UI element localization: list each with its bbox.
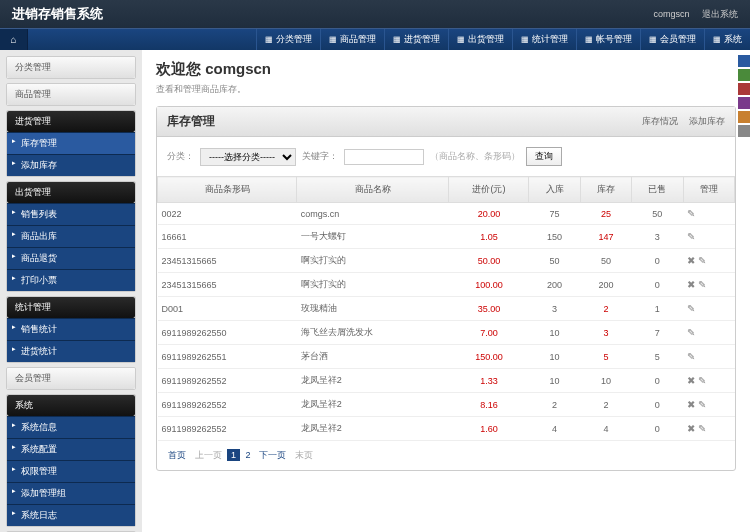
theme-swatch[interactable] [738,125,750,137]
cell-sold: 0 [632,273,683,297]
delete-icon[interactable]: ✖ [687,375,695,386]
navbar: ⌂ ▦分类管理▦商品管理▦进货管理▦出货管理▦统计管理▦帐号管理▦会员管理▦系统 [0,28,750,50]
nav-icon: ▦ [521,35,529,44]
home-icon: ⌂ [10,34,16,45]
cell-stock: 25 [580,203,631,225]
cell-stock: 147 [580,225,631,249]
edit-icon[interactable]: ✎ [687,327,695,338]
stock-status-link[interactable]: 库存情况 [642,116,678,126]
sidebar-group-0[interactable]: 分类管理 [7,57,135,78]
nav-7[interactable]: ▦系统 [704,29,750,51]
page-current: 1 [227,449,240,461]
cell-price: 150.00 [449,345,529,369]
sidebar-item-6-0[interactable]: 系统信息 [7,416,135,438]
cell-in: 200 [529,273,580,297]
sidebar-item-3-3[interactable]: 打印小票 [7,269,135,291]
theme-swatch[interactable] [738,97,750,109]
cell-ops: ✖ ✎ [683,417,734,441]
cell-stock: 2 [580,297,631,321]
app-title: 进销存销售系统 [12,5,103,23]
edit-icon[interactable]: ✎ [698,399,706,410]
edit-icon[interactable]: ✎ [687,231,695,242]
cell-in: 10 [529,369,580,393]
logout-link[interactable]: 退出系统 [702,9,738,19]
sidebar-item-6-4[interactable]: 系统日志 [7,504,135,526]
cell-sold: 7 [632,321,683,345]
nav-2[interactable]: ▦进货管理 [384,29,448,51]
keyword-input[interactable] [344,149,424,165]
cell-name: 龙凤呈祥2 [297,369,449,393]
edit-icon[interactable]: ✎ [698,423,706,434]
category-select[interactable]: -----选择分类----- [200,148,296,166]
theme-swatch[interactable] [738,55,750,67]
sidebar-item-4-0[interactable]: 销售统计 [7,318,135,340]
table-row: 6911989262551茅台酒150.001055✎ [158,345,735,369]
delete-icon[interactable]: ✖ [687,255,695,266]
user-link[interactable]: comgscn [653,9,689,19]
cell-name: 海飞丝去屑洗发水 [297,321,449,345]
page-prev[interactable]: 上一页 [195,450,222,460]
sidebar-group-6[interactable]: 系统 [7,395,135,416]
page-subtitle: 查看和管理商品库存。 [156,83,736,96]
page-last[interactable]: 末页 [295,450,313,460]
col-header: 进价(元) [449,177,529,203]
delete-icon[interactable]: ✖ [687,399,695,410]
sidebar-item-6-1[interactable]: 系统配置 [7,438,135,460]
sidebar-group-1[interactable]: 商品管理 [7,84,135,105]
page-first[interactable]: 首页 [168,450,186,460]
sidebar-group-2[interactable]: 进货管理 [7,111,135,132]
sidebar-item-6-2[interactable]: 权限管理 [7,460,135,482]
edit-icon[interactable]: ✎ [698,279,706,290]
sidebar-group-4[interactable]: 统计管理 [7,297,135,318]
cell-ops: ✖ ✎ [683,249,734,273]
cell-name: 龙凤呈祥2 [297,393,449,417]
add-stock-link[interactable]: 添加库存 [689,116,725,126]
nav-5[interactable]: ▦帐号管理 [576,29,640,51]
inventory-table: 商品条形码商品名称进价(元)入库库存已售管理 0022comgs.cn20.00… [157,176,735,441]
cell-code: 16661 [158,225,297,249]
sidebar-group-3[interactable]: 出货管理 [7,182,135,203]
nav-6[interactable]: ▦会员管理 [640,29,704,51]
theme-swatch[interactable] [738,69,750,81]
theme-color-strip [738,55,750,139]
nav-4[interactable]: ▦统计管理 [512,29,576,51]
cell-sold: 0 [632,417,683,441]
edit-icon[interactable]: ✎ [687,208,695,219]
cell-ops: ✖ ✎ [683,369,734,393]
sidebar-item-3-0[interactable]: 销售列表 [7,203,135,225]
sidebar-item-6-3[interactable]: 添加管理组 [7,482,135,504]
theme-swatch[interactable] [738,111,750,123]
nav-3[interactable]: ▦出货管理 [448,29,512,51]
nav-icon: ▦ [265,35,273,44]
search-button[interactable]: 查询 [526,147,562,166]
sidebar-item-3-1[interactable]: 商品出库 [7,225,135,247]
nav-1[interactable]: ▦商品管理 [320,29,384,51]
sidebar-item-2-1[interactable]: 添加库存 [7,154,135,176]
nav-icon: ▦ [457,35,465,44]
theme-swatch[interactable] [738,83,750,95]
page-next[interactable]: 下一页 [259,450,286,460]
cell-price: 50.00 [449,249,529,273]
home-button[interactable]: ⌂ [0,29,28,51]
col-header: 库存 [580,177,631,203]
cell-price: 100.00 [449,273,529,297]
sidebar-group-5[interactable]: 会员管理 [7,368,135,389]
edit-icon[interactable]: ✎ [687,303,695,314]
sidebar-item-3-2[interactable]: 商品退货 [7,247,135,269]
delete-icon[interactable]: ✖ [687,423,695,434]
edit-icon[interactable]: ✎ [687,351,695,362]
cell-stock: 50 [580,249,631,273]
table-row: 6911989262552龙凤呈祥28.16220✖ ✎ [158,393,735,417]
cell-price: 8.16 [449,393,529,417]
page-2[interactable]: 2 [246,450,251,460]
category-label: 分类： [167,150,194,163]
edit-icon[interactable]: ✎ [698,375,706,386]
nav-0[interactable]: ▦分类管理 [256,29,320,51]
sidebar-item-2-0[interactable]: 库存管理 [7,132,135,154]
header-right: comgscn 退出系统 [643,8,738,21]
panel-title: 库存管理 [167,113,215,130]
edit-icon[interactable]: ✎ [698,255,706,266]
cell-code: D001 [158,297,297,321]
delete-icon[interactable]: ✖ [687,279,695,290]
sidebar-item-4-1[interactable]: 进货统计 [7,340,135,362]
